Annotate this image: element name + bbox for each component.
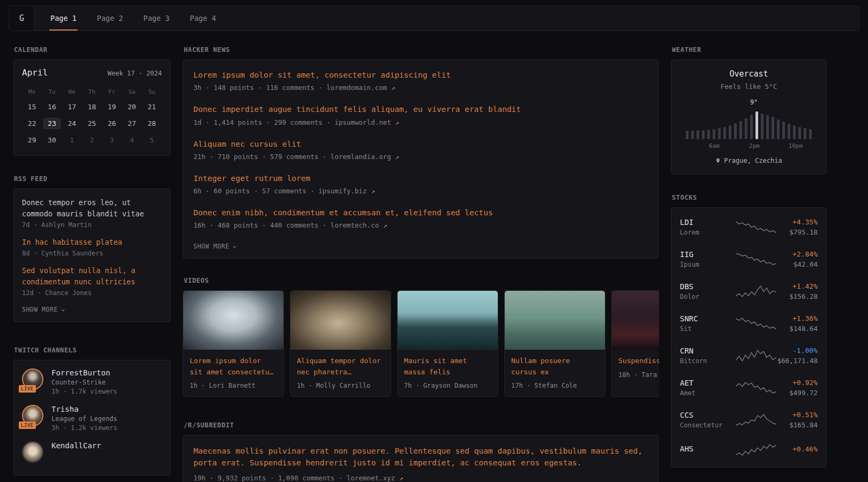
twitch-channel-row[interactable]: KendallCarr: [22, 441, 162, 464]
stock-values: +4.35% $795.18: [776, 218, 818, 236]
external-link-icon[interactable]: ↗: [395, 118, 399, 126]
hackernews-item-meta: 16h · 468 points · 440 comments · loremt…: [193, 221, 648, 229]
hackernews-item-title[interactable]: Donec enim nibh, condimentum et accumsan…: [193, 207, 648, 218]
external-link-icon[interactable]: ↗: [371, 187, 375, 195]
video-thumbnail[interactable]: [505, 291, 605, 350]
stock-sparkline: [736, 317, 776, 330]
calendar-day: 21: [142, 99, 162, 115]
stock-change: +0.51%: [776, 411, 818, 419]
video-card[interactable]: Aliquam tempor dolor nec pharetra… 1h · …: [290, 290, 391, 396]
video-card[interactable]: Mauris sit amet massa felis 7h · Grayson…: [397, 290, 498, 396]
videos-row: Lorem ipsum dolor sit amet consectetu… 1…: [183, 290, 659, 396]
weather-time-label: 2pm: [749, 142, 760, 149]
twitch-channel-viewers: 1h · 1.7k viewers: [51, 388, 117, 395]
video-title[interactable]: Suspendisse diam: [618, 356, 659, 366]
hackernews-item-meta: 21h · 710 points · 579 comments · loreml…: [193, 153, 648, 161]
twitch-channel-row[interactable]: LIVE Trisha League of Legends 3h · 1.2k …: [22, 405, 162, 432]
video-thumbnail[interactable]: [183, 291, 283, 350]
hackernews-item-title[interactable]: Lorem ipsum dolor sit amet, consectetur …: [193, 70, 648, 80]
stock-name: Sit: [680, 325, 736, 333]
video-card[interactable]: Lorem ipsum dolor sit amet consectetu… 1…: [183, 290, 284, 396]
hackernews-item-title[interactable]: Integer eget rutrum lorem: [193, 173, 648, 184]
twitch-avatar-wrap: LIVE: [22, 405, 44, 427]
stock-row: LDI Lorem +4.35% $795.18: [680, 211, 818, 243]
hackernews-item-title[interactable]: Donec imperdiet augue tincidunt felis al…: [193, 104, 648, 115]
calendar-section: CALENDAR April Week 17 · 2024 Mo Tu We T…: [13, 46, 171, 156]
stock-identity: IIG Ipsum: [680, 250, 736, 268]
calendar-day: 27: [122, 116, 141, 131]
rss-item: Sed volutpat nulla nisl, a condimentum n…: [22, 265, 162, 297]
video-title[interactable]: Nullam posuere cursus ex: [511, 356, 598, 377]
twitch-channel-row[interactable]: LIVE ForrestBurton Counter-Strike 1h · 1…: [22, 368, 162, 395]
weather-bar: [691, 131, 694, 139]
tab-page-1[interactable]: Page 1: [40, 6, 87, 31]
external-link-icon[interactable]: ↗: [399, 474, 403, 482]
weather-bar: [723, 127, 726, 139]
weather-bar: [697, 130, 699, 139]
video-thumbnail[interactable]: [398, 291, 498, 350]
video-card[interactable]: Suspendisse diam 18h · Tara: [611, 290, 659, 396]
twitch-channel-game: League of Legends: [51, 415, 117, 423]
page-tabs: Page 1 Page 2 Page 3 Page 4: [40, 6, 226, 31]
weather-bar: [788, 124, 790, 139]
tab-page-4[interactable]: Page 4: [179, 6, 226, 31]
rss-show-more-button[interactable]: SHOW MORE ⌄: [22, 306, 65, 313]
location-pin-icon: [715, 157, 721, 164]
video-meta: 1h · Lori Barnett: [190, 382, 277, 389]
video-card-body: Suspendisse diam 18h · Tara: [612, 350, 659, 385]
calendar-day: 2: [82, 132, 102, 148]
external-link-icon[interactable]: ↗: [395, 153, 399, 161]
twitch-channel-name[interactable]: ForrestBurton: [51, 368, 117, 377]
video-meta: 17h · Stefan Cole: [511, 382, 598, 389]
subreddit-post-meta: 19h · 9,932 points · 1,090 comments · lo…: [193, 474, 648, 482]
calendar-day: 1: [62, 132, 82, 148]
stock-sparkline: [736, 443, 776, 457]
weather-chart: 9°: [684, 99, 813, 139]
video-thumbnail[interactable]: [612, 291, 659, 350]
video-thumbnail[interactable]: [290, 291, 391, 350]
twitch-channel-info: Trisha League of Legends 3h · 1.2k viewe…: [51, 405, 117, 432]
subreddit-post-title[interactable]: Maecenas mollis pulvinar erat non posuer…: [193, 445, 648, 469]
calendar-day: 24: [62, 116, 82, 131]
stock-price: $156.28: [776, 292, 818, 300]
weather-feels-like: Feels like 5°C: [680, 82, 818, 91]
subreddit-section: /R/SUBREDDIT Maecenas mollis pulvinar er…: [183, 421, 659, 482]
rss-item-meta: 7d · Ashlyn Martin: [22, 221, 162, 229]
stocks-section: STOCKS LDI Lorem +4.35% $795.18 IIG: [671, 194, 827, 468]
twitch-channel-game: Counter-Strike: [51, 379, 117, 386]
weather-bar: [713, 129, 715, 139]
hackernews-show-more-button[interactable]: SHOW MORE ⌄: [193, 243, 237, 250]
rss-section-label: RSS FEED: [14, 175, 171, 183]
video-meta: 7h · Grayson Dawson: [404, 382, 491, 389]
stock-row: AHS +0.46%: [680, 436, 818, 464]
rss-widget: Donec tempor eros leo, ut commodo mauris…: [13, 189, 171, 322]
video-card[interactable]: Nullam posuere cursus ex 17h · Stefan Co…: [504, 290, 605, 396]
hackernews-section: HACKER NEWS Lorem ipsum dolor sit amet, …: [183, 46, 659, 259]
hackernews-item-title[interactable]: Aliquam nec cursus elit: [193, 139, 648, 149]
video-title[interactable]: Mauris sit amet massa felis: [404, 356, 491, 377]
external-link-icon[interactable]: ↗: [383, 221, 387, 229]
weather-bar: [772, 117, 774, 139]
hackernews-meta-text: 16h · 468 points · 440 comments · loremt…: [193, 221, 379, 229]
left-column: CALENDAR April Week 17 · 2024 Mo Tu We T…: [13, 46, 171, 476]
rss-item-title[interactable]: Donec tempor eros leo, ut commodo mauris…: [22, 197, 162, 220]
calendar-day: 28: [142, 116, 162, 131]
twitch-channel-name[interactable]: Trisha: [51, 405, 117, 413]
weather-bar: [766, 115, 769, 139]
rss-item-title[interactable]: In hac habitasse platea: [22, 237, 162, 248]
stock-change: +1.36%: [776, 314, 818, 322]
external-link-icon[interactable]: ↗: [391, 84, 395, 92]
rss-item-title[interactable]: Sed volutpat nulla nisl, a condimentum n…: [22, 265, 162, 288]
stock-change: +4.35%: [776, 218, 818, 226]
video-title[interactable]: Aliquam tempor dolor nec pharetra…: [297, 356, 384, 377]
tab-page-3[interactable]: Page 3: [133, 6, 180, 31]
stock-values: +1.36% $148.64: [776, 314, 818, 333]
rss-section: RSS FEED Donec tempor eros leo, ut commo…: [13, 175, 171, 322]
video-title[interactable]: Lorem ipsum dolor sit amet consectetu…: [190, 356, 277, 377]
stock-symbol: AET: [680, 379, 736, 387]
twitch-avatar-wrap: LIVE: [22, 368, 44, 391]
tab-page-2[interactable]: Page 2: [87, 6, 133, 31]
stock-identity: AHS: [680, 445, 736, 455]
twitch-channel-name[interactable]: KendallCarr: [51, 441, 101, 450]
live-badge: LIVE: [19, 421, 36, 429]
